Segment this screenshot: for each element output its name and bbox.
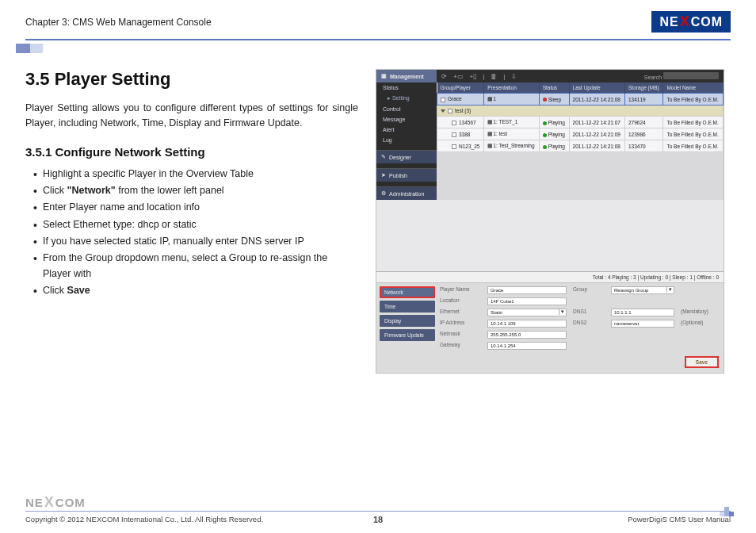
group-select[interactable]: Reassign Group <box>611 286 674 294</box>
list-item: If you have selected static IP, manually… <box>33 234 358 249</box>
sidebar-item-administration[interactable]: ⚙Administration <box>376 186 437 200</box>
dns1-label: DNS1 <box>573 309 605 316</box>
table-row[interactable]: Grace ▦1 Sleep 2011-12-22 14:21:08 13411… <box>437 94 724 105</box>
chapter-label: Chapter 3: CMS Web Management Console <box>25 17 212 28</box>
main-panel: ⟳ +▭ +▯ | 🗑 | ⇩ Search Group <box>437 70 724 200</box>
footer-rule <box>25 511 731 512</box>
header-rule <box>25 39 731 40</box>
dns2-field[interactable]: nameserver <box>611 320 674 328</box>
list-item: From the Group dropdown menu, select a G… <box>33 251 358 282</box>
checkbox-icon[interactable] <box>441 98 445 102</box>
checkbox-icon[interactable] <box>448 109 452 113</box>
list-item: Enter Player name and location info <box>33 200 358 215</box>
location-field[interactable]: 14F Cube1 <box>487 297 567 305</box>
col-group-player[interactable]: Group/Player <box>437 82 484 94</box>
network-form: Player Name Grace Group Reassign Group L… <box>440 286 720 350</box>
text-column: 3.5 Player Setting Player Setting allows… <box>25 69 358 374</box>
tab-time[interactable]: Time <box>380 301 435 313</box>
list-item: Click "Network" from the lower left pane… <box>33 183 358 198</box>
brand-x-icon: X <box>679 13 691 30</box>
ip-field[interactable]: 10.14.1.109 <box>487 320 567 328</box>
brand-logo: NEXCOM <box>651 11 731 33</box>
table-row[interactable]: 3388 ▦1: test Playing 2011-12-22 14:21:0… <box>437 128 724 140</box>
checkbox-icon[interactable] <box>452 121 456 125</box>
sidebar-header-management[interactable]: ▣ Management <box>376 70 437 82</box>
section-title: 3.5 Player Setting <box>25 69 358 90</box>
col-model[interactable]: Model Name <box>663 82 724 94</box>
subsection-title: 3.5.1 Configure Network Setting <box>25 145 358 159</box>
footer-logo: NEXCOM <box>25 496 731 511</box>
bullet-list: Highlight a specific Player in the Overv… <box>25 167 358 299</box>
status-summary: Total : 4 Playing : 3 | Updating : 0 | S… <box>376 272 724 283</box>
tab-display[interactable]: Display <box>380 315 435 327</box>
netmask-label: Netmask <box>440 331 481 339</box>
list-item: Highlight a specific Player in the Overv… <box>33 167 358 182</box>
expand-icon[interactable] <box>441 109 445 113</box>
sidebar-item-message[interactable]: Message <box>376 114 437 125</box>
search-input[interactable] <box>663 72 719 79</box>
player-name-label: Player Name <box>440 286 481 294</box>
player-name-field[interactable]: Grace <box>487 286 567 294</box>
dns1-field[interactable]: 10.1.1.1 <box>611 309 674 316</box>
add-group-icon[interactable]: +▭ <box>453 73 464 80</box>
pencil-icon: ✎ <box>381 154 386 160</box>
sidebar-item-setting[interactable]: ▸ Setting <box>376 93 437 104</box>
checkbox-icon[interactable] <box>452 132 456 137</box>
tab-firmware-update[interactable]: Firmware Update <box>380 329 435 341</box>
table-row[interactable]: 134567 ▦1: TEST_1 Playing 2011-12-22 14:… <box>437 117 724 128</box>
add-player-icon[interactable]: +▯ <box>470 73 477 80</box>
search-label: Search <box>644 75 662 80</box>
list-item: Select Ethernet type: dhcp or static <box>33 217 358 232</box>
delete-icon[interactable]: 🗑 <box>491 73 497 80</box>
table-header-row: Group/Player Presentation Status Last Up… <box>437 82 724 94</box>
dns2-label: DNS2 <box>573 320 605 328</box>
list-item: Click Save <box>33 283 358 298</box>
save-button[interactable]: Save <box>685 356 719 368</box>
col-last-update[interactable]: Last Update <box>569 82 624 94</box>
divider: | <box>503 73 505 80</box>
header-tab-decoration <box>16 44 43 53</box>
col-presentation[interactable]: Presentation <box>484 82 539 94</box>
detail-panel: Total : 4 Playing : 3 | Updating : 0 | S… <box>376 271 724 373</box>
table-group-row[interactable]: test (3) <box>437 105 724 117</box>
sidebar-item-log[interactable]: Log <box>376 135 437 145</box>
tab-network[interactable]: Network <box>380 286 435 298</box>
app-screenshot: ▣ Management Status ▸ Setting Control Me… <box>376 69 724 374</box>
sidebar-item-alert[interactable]: Alert <box>376 125 437 135</box>
gateway-field[interactable]: 10.14.1.254 <box>487 342 567 350</box>
sidebar-item-status[interactable]: Status <box>376 82 437 93</box>
status-dot-icon <box>543 145 547 149</box>
content-area: 3.5 Player Setting Player Setting allows… <box>25 69 731 374</box>
checkbox-icon[interactable] <box>452 144 456 149</box>
gateway-label: Gateway <box>440 342 481 350</box>
overview-table: Group/Player Presentation Status Last Up… <box>437 82 724 152</box>
page-number: 18 <box>25 515 731 524</box>
sidebar-item-designer[interactable]: ✎Designer <box>376 150 437 163</box>
export-icon[interactable]: ⇩ <box>511 73 517 80</box>
ethernet-label: Ethernet <box>440 309 481 316</box>
send-icon: ➤ <box>381 172 386 178</box>
page-header: Chapter 3: CMS Web Management Console NE… <box>25 11 731 36</box>
ethernet-select[interactable]: Static <box>487 309 567 316</box>
sidebar-item-publish[interactable]: ➤Publish <box>376 168 437 182</box>
group-label: Group <box>573 286 605 294</box>
sidebar-item-control[interactable]: Control <box>376 104 437 114</box>
status-dot-icon <box>543 121 547 125</box>
dns2-note: (Optional) <box>681 320 720 328</box>
sidebar: ▣ Management Status ▸ Setting Control Me… <box>376 70 437 200</box>
table-row[interactable]: N123_25 ▦1: Test_Streaming Playing 2011-… <box>437 140 724 152</box>
page-footer: NEXCOM Copyright © 2012 NEXCOM Internati… <box>25 496 731 523</box>
dns1-note: (Mandatory) <box>681 309 720 316</box>
ip-label: IP Address <box>440 320 481 328</box>
status-dot-icon <box>543 133 547 137</box>
detail-tabs: Network Time Display Firmware Update <box>380 286 435 350</box>
col-storage[interactable]: Storage (MB) <box>624 82 662 94</box>
col-status[interactable]: Status <box>539 82 569 94</box>
divider: | <box>483 73 484 80</box>
toolbar: ⟳ +▭ +▯ | 🗑 | ⇩ Search <box>437 70 724 82</box>
section-intro: Player Setting allows you to configure d… <box>25 101 358 131</box>
refresh-icon[interactable]: ⟳ <box>441 73 447 80</box>
folder-icon: ▣ <box>381 73 387 79</box>
status-dot-icon <box>543 98 547 102</box>
netmask-field[interactable]: 255.255.255.0 <box>487 331 567 339</box>
